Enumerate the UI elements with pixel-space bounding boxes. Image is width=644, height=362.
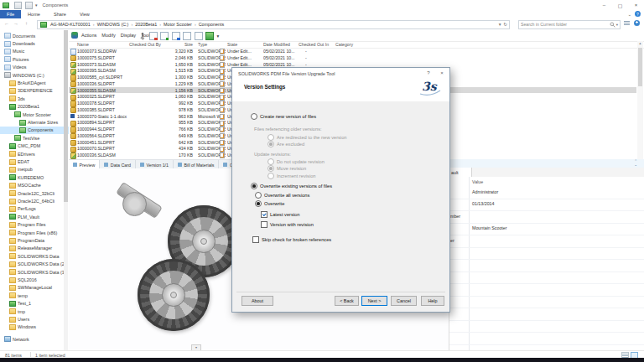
help-button[interactable]: Help [421, 296, 444, 306]
window-close-button[interactable]: × [628, 0, 644, 10]
back-button[interactable]: < Back [335, 296, 359, 306]
sidebar-item-alternate-sizes[interactable]: Alternate Sizes [0, 118, 70, 126]
are-excluded-radio[interactable]: Are excluded [267, 141, 304, 147]
overwrite-radio[interactable]: Overwrite [255, 200, 284, 207]
sidebar-item-kuredemo[interactable]: KUREDEMO [0, 173, 70, 181]
toolbar-menu-display[interactable]: Display [121, 33, 136, 38]
sidebar-item-test-1[interactable]: Test_1 [0, 300, 70, 308]
card-tab[interactable]: ault [449, 168, 472, 177]
column-header-name[interactable]: Name [77, 42, 89, 47]
document2-icon[interactable] [195, 32, 203, 40]
quick-access-dropdown-icon[interactable]: ▾ [35, 3, 38, 8]
sidebar-scrollbar-thumb[interactable] [64, 30, 68, 202]
breadcrumb-item-components[interactable]: Components [197, 22, 226, 27]
search-input[interactable] [519, 21, 610, 28]
sidebar-item-temp[interactable]: temp [0, 292, 70, 299]
window-minimize-button[interactable]: – [596, 0, 612, 10]
version-with-revision-checkbox[interactable]: Version with revision [261, 221, 314, 228]
document-icon[interactable] [183, 32, 191, 40]
sidebar-item-3ds[interactable]: 3ds [0, 95, 70, 102]
ribbon-collapse-icon[interactable]: ⌄ [627, 12, 631, 17]
sidebar-item-network[interactable]: Network [0, 335, 67, 343]
forward-icon[interactable]: → [13, 21, 18, 26]
quick-access-icon-1[interactable] [14, 2, 22, 9]
sidebar-item-3dexperience[interactable]: 3DEXPERIENCE [0, 87, 70, 95]
sidebar-item-2020beta1[interactable]: 2020Beta1 [0, 103, 70, 111]
sidebar-item-pictures[interactable]: Pictures [0, 55, 67, 63]
breadcrumb-item-ag-mad-klt00001[interactable]: AG-MAD-KLT00001 [49, 22, 92, 27]
sidebar-item-perflogs[interactable]: PerfLogs [0, 205, 70, 213]
do-not-update-revision-radio[interactable]: Do not update revision [267, 158, 325, 165]
pin-icon[interactable] [139, 33, 146, 39]
sidebar-item-windows[interactable]: Windows [0, 323, 70, 331]
column-header-date-modified[interactable]: Date Modified [263, 42, 290, 47]
increment-revision-radio[interactable]: Increment revision [267, 173, 315, 179]
sidebar-item-users[interactable]: Users [0, 315, 70, 323]
sidebar-item-programdata[interactable]: ProgramData [0, 236, 70, 244]
panel-expand-icon[interactable]: ⌃⌄ [634, 160, 638, 167]
sidebar-item-videos[interactable]: Videos [0, 64, 67, 71]
skip-check-for-broken-references-checkbox[interactable]: Skip check for broken references [252, 236, 331, 243]
vaultbox-icon[interactable] [205, 32, 214, 40]
sidebar-item-documents[interactable]: Documents [0, 32, 67, 39]
latest-version-checkbox[interactable]: Latest version [261, 211, 299, 218]
scroll-up-icon[interactable]: ▴ [637, 41, 643, 46]
checkin-icon[interactable] [160, 32, 169, 40]
sidebar-item-edrivers[interactable]: EDrivers [0, 150, 70, 158]
sidebar-item-releasemanager[interactable]: ReleaseManager [0, 245, 70, 252]
are-redirected-to-the-new-version-radio[interactable]: Are redirected to the new version [267, 134, 346, 141]
sidebar-item-swmanagelocal[interactable]: SWManageLocal [0, 284, 70, 292]
column-header-size[interactable]: Size [156, 42, 193, 47]
sidebar-item-cmc-pdm[interactable]: CMC_PDM [0, 142, 70, 150]
sidebar-item-braukdagent[interactable]: BrAuKDAgent [0, 79, 70, 86]
getlatest-icon[interactable] [172, 32, 180, 40]
column-header-checked-out-in[interactable]: Checked Out In [299, 42, 329, 47]
ribbon-tab-share[interactable]: Share [47, 10, 73, 18]
ribbon-tab-file[interactable]: File [0, 10, 21, 18]
ribbon-tab-view[interactable]: View [73, 10, 96, 18]
window-maximize-button[interactable]: ▢ [612, 0, 628, 10]
sidebar-item-edat[interactable]: EDAT [0, 158, 70, 165]
address-dropdown-icon[interactable]: ▾ [499, 22, 501, 27]
cancel-button[interactable]: Cancel [391, 296, 417, 306]
sidebar-item-solidworks-data-3[interactable]: SOLIDWORKS Data (3) [0, 268, 70, 276]
column-header-type[interactable]: Type [198, 42, 207, 47]
sidebar-item-plm-vault[interactable]: PLM_Vault [0, 213, 70, 220]
sidebar-item-program-files-x86[interactable]: Program Files (x86) [0, 229, 70, 236]
ribbon-tab-home[interactable]: Home [21, 10, 47, 18]
sidebar-item-program-files[interactable]: Program Files [0, 221, 70, 229]
breadcrumb-item-motor-scooter[interactable]: Motor Scooter [162, 22, 194, 27]
toolbar-menu-actions[interactable]: Actions [81, 33, 96, 38]
sidebar-item-solidworks-data-2[interactable]: SOLIDWORKS Data (2) [0, 261, 70, 268]
breadcrumb-item-windows-c[interactable]: WINDOWS (C:) [96, 22, 131, 27]
sidebar-item-testvise[interactable]: TestVise [0, 134, 70, 142]
file-list-scrollbar[interactable]: ▴ [637, 41, 643, 159]
file-list-scrollbar-thumb[interactable] [638, 48, 642, 86]
sidebar-item-msocache[interactable]: MSOCache [0, 182, 70, 189]
next-button[interactable]: Next > [361, 296, 387, 306]
search-dropdown-icon[interactable]: ▾ [616, 23, 618, 27]
help-icon[interactable]: ? [635, 11, 641, 17]
about-button[interactable]: About [242, 296, 273, 306]
move-revision-radio[interactable]: Move revision [267, 165, 306, 172]
overwrite-all-versions-radio[interactable]: Overwrite all versions [255, 192, 309, 199]
address-bar[interactable]: AG-MAD-KLT00001›WINDOWS (C:)›2020Beta1›M… [37, 20, 510, 30]
sidebar-item-inetpub[interactable]: inetpub [0, 166, 70, 173]
create-new-version-of-files-radio[interactable]: Create new version of files [251, 113, 316, 120]
sidebar-scrollbar[interactable] [64, 30, 68, 350]
column-header-category[interactable]: Category [335, 42, 353, 47]
search-box[interactable]: ▾ [518, 20, 621, 30]
sidebar-item-windows-c[interactable]: WINDOWS (C:) [0, 71, 67, 79]
refresh-icon[interactable]: ↻ [503, 22, 507, 27]
quick-access-icon-2[interactable] [25, 2, 33, 9]
sidebar-item-tmp[interactable]: tmp [0, 308, 70, 315]
sidebar-item-components[interactable]: Components [0, 127, 70, 134]
sidebar-item-motor-scooter[interactable]: Motor Scooter [0, 111, 70, 118]
dropdown-icon[interactable]: ▾ [217, 33, 220, 39]
sidebar-item-downloads[interactable]: Downloads [0, 39, 67, 47]
sidebar-item-oracle12c-32bcli[interactable]: Oracle12C_32bCli [0, 189, 70, 197]
sidebar-item-sql2016[interactable]: SQL2016 [0, 276, 70, 283]
search-settings-icon[interactable] [624, 20, 630, 26]
breadcrumb-item-2020beta1[interactable]: 2020Beta1 [133, 22, 158, 27]
file-row-10000375-sldprt[interactable]: 10000375.SLDPRT2,046 KBSOLIDWORKS...Unde… [69, 54, 636, 61]
